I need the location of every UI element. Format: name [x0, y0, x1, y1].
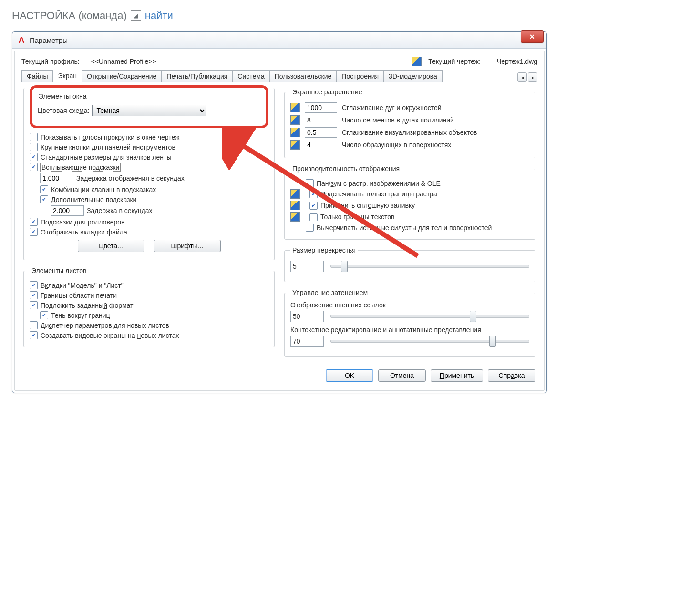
profile-label: Текущий профиль:	[21, 58, 80, 65]
print-area-label: Границы области печати	[41, 292, 117, 299]
tooltips-label: Всплывающие подсказки	[41, 163, 120, 171]
arc-smooth-input[interactable]	[305, 102, 337, 113]
raster-label: Подсвечивать только границы растра	[320, 190, 437, 198]
silhouette-checkbox[interactable]	[306, 224, 314, 232]
perf-icon	[290, 201, 300, 210]
ext-tooltips-label: Дополнительные подсказки	[51, 196, 136, 203]
tab-display[interactable]: Экран	[52, 70, 82, 82]
hotkeys-label: Комбинации клавиш в подсказках	[51, 186, 156, 193]
ext-delay-label: Задержка в секундах	[87, 207, 153, 214]
surface-label: Число образующих в поверхностях	[342, 141, 451, 149]
help-button[interactable]: Справка	[488, 369, 535, 382]
hotkeys-checkbox[interactable]	[40, 185, 48, 193]
scrollbars-checkbox[interactable]	[30, 133, 38, 141]
xref-slider[interactable]	[330, 315, 529, 318]
crosshair-slider[interactable]	[330, 265, 529, 268]
panzoom-checkbox[interactable]	[306, 179, 314, 187]
layout-elements-group: Элементы листов Вкладки "Модель" и "Лист…	[23, 267, 275, 347]
tab-scroll-left[interactable]: ◂	[517, 72, 527, 82]
fill-checkbox[interactable]	[309, 202, 318, 210]
tab-plot[interactable]: Печать/Публикация	[161, 70, 233, 82]
segments-input[interactable]	[305, 115, 337, 125]
dropdown-icon[interactable]: ◢	[131, 10, 141, 21]
std-ribbon-checkbox[interactable]	[30, 153, 38, 161]
ext-tooltips-checkbox[interactable]	[40, 195, 48, 203]
tooltips-checkbox[interactable]	[30, 163, 38, 171]
tabstrip: Файлы Экран Открытие/Сохранение Печать/П…	[21, 69, 537, 82]
xref-label: Отображение внешних ссылок	[290, 301, 529, 309]
tab-3d[interactable]: 3D-моделирова	[383, 70, 443, 82]
fill-label: Применить сплошную заливку	[320, 202, 415, 209]
profile-row: Текущий профиль: <<Unnamed Profile>> Тек…	[21, 57, 537, 66]
pagesetup-checkbox[interactable]	[30, 321, 38, 329]
color-scheme-highlight: Элементы окна Цветовая схема: Темная	[30, 85, 268, 128]
tab-scroll-right[interactable]: ▸	[528, 72, 537, 82]
large-buttons-label: Крупные кнопки для панелей инструментов	[41, 143, 175, 151]
colors-button[interactable]: Цвета...	[78, 240, 144, 252]
tab-drafting[interactable]: Построения	[336, 70, 384, 82]
print-area-checkbox[interactable]	[30, 291, 38, 299]
tab-user[interactable]: Пользовательские	[269, 70, 337, 82]
arc-smooth-label: Сглаживание дуг и окружностей	[342, 104, 442, 112]
std-ribbon-label: Стандартные размеры для значков ленты	[41, 153, 171, 161]
xref-value[interactable]: 50	[290, 311, 324, 322]
rollover-checkbox[interactable]	[30, 218, 38, 226]
color-scheme-label: Цветовая схема:	[38, 107, 89, 114]
paper-bg-label: Подложить заданный формат	[41, 302, 133, 309]
large-buttons-checkbox[interactable]	[30, 143, 38, 151]
inplace-value[interactable]: 70	[290, 336, 324, 347]
render-smooth-label: Сглаживание визуализированных объектов	[342, 129, 477, 136]
options-dialog: A Параметры ✕ Текущий профиль: <<Unnamed…	[12, 31, 547, 393]
silhouette-label: Вычерчивать истинные силуэты для тел и п…	[317, 224, 492, 232]
performance-group: Производительность отображения Пан/зум с…	[284, 165, 535, 240]
crosshair-value[interactable]: 5	[290, 261, 324, 272]
performance-legend: Производительность отображения	[290, 165, 401, 173]
ext-delay-input[interactable]	[51, 205, 84, 216]
resolution-legend: Экранное разрешение	[290, 88, 364, 96]
panzoom-label: Пан/зум с растр. изображениями & OLE	[317, 180, 441, 187]
drawing-value: Чертеж1.dwg	[497, 58, 537, 65]
cancel-button[interactable]: Отмена	[378, 369, 426, 382]
model-layout-checkbox[interactable]	[30, 281, 38, 289]
textframe-label: Только границы текстов	[320, 213, 394, 221]
render-smooth-input[interactable]	[305, 127, 337, 138]
res-icon	[290, 140, 300, 150]
scrollbars-label: Показывать полосы прокрутки в окне черте…	[41, 133, 179, 141]
surface-input[interactable]	[305, 140, 337, 150]
ok-button[interactable]: OK	[326, 369, 373, 382]
fonts-button[interactable]: Шрифты...	[154, 240, 221, 252]
viewports-checkbox[interactable]	[30, 331, 38, 339]
resolution-group: Экранное разрешение Сглаживание дуг и ок…	[284, 88, 535, 158]
layout-elements-legend: Элементы листов	[30, 267, 89, 274]
profile-value: <<Unnamed Profile>>	[91, 58, 156, 65]
color-scheme-select[interactable]: Темная	[92, 105, 206, 116]
shadow-checkbox[interactable]	[40, 311, 48, 319]
drawing-icon	[412, 57, 422, 66]
tab-files[interactable]: Файлы	[21, 70, 53, 82]
raster-checkbox[interactable]	[309, 190, 318, 198]
dialog-footer: OK Отмена Применить Справка	[21, 365, 537, 384]
app-logo-icon: A	[17, 36, 26, 44]
inplace-label: Контекстное редактирование и аннотативны…	[290, 326, 529, 334]
apply-button[interactable]: Применить	[431, 369, 483, 382]
titlebar: A Параметры ✕	[12, 32, 546, 49]
tab-system[interactable]: Система	[232, 70, 269, 82]
tab-open-save[interactable]: Открытие/Сохранение	[82, 70, 162, 82]
res-icon	[290, 115, 300, 125]
segments-label: Число сегментов в дугах полилиний	[342, 116, 454, 124]
heading-text: НАСТРОЙКА (команда)	[12, 10, 127, 22]
fade-group: Управление затенением Отображение внешни…	[284, 289, 535, 357]
crosshair-legend: Размер перекрестья	[290, 246, 358, 254]
paper-bg-checkbox[interactable]	[30, 301, 38, 309]
fade-legend: Управление затенением	[290, 289, 370, 296]
crosshair-group: Размер перекрестья 5	[284, 246, 535, 282]
find-link[interactable]: найти	[145, 10, 173, 22]
perf-icon	[290, 212, 300, 222]
res-icon	[290, 103, 300, 112]
pagesetup-label: Диспетчер параметров для новых листов	[41, 322, 169, 329]
textframe-checkbox[interactable]	[309, 213, 318, 221]
close-button[interactable]: ✕	[521, 30, 544, 43]
tooltip-delay-input[interactable]	[40, 173, 73, 183]
filetabs-checkbox[interactable]	[30, 228, 38, 236]
inplace-slider[interactable]	[330, 340, 529, 343]
